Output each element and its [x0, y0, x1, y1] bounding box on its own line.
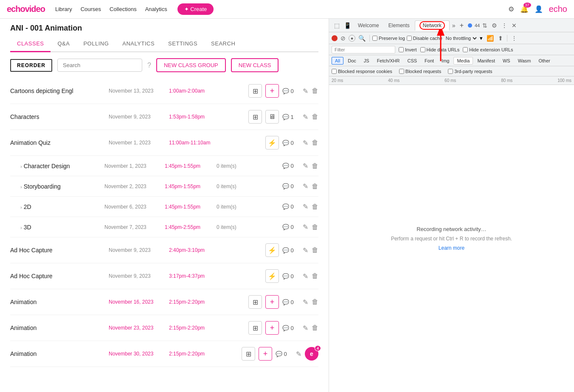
blocked-requests-checkbox[interactable]: [399, 69, 404, 74]
blocked-response-cookies-checkbox[interactable]: [332, 69, 337, 74]
tab-qa[interactable]: Q&A: [51, 36, 76, 51]
add-icon-box[interactable]: +: [265, 321, 279, 335]
type-btn-manifest[interactable]: Manifest: [474, 57, 498, 65]
hide-data-urls-label[interactable]: Hide data URLs: [420, 47, 460, 52]
edit-icon[interactable]: ✎: [303, 298, 308, 306]
edit-icon[interactable]: ✎: [303, 162, 308, 170]
preserve-log-checkbox[interactable]: [372, 36, 377, 41]
import-icon[interactable]: 📶: [485, 34, 495, 42]
delete-icon[interactable]: 🗑: [312, 162, 318, 170]
media-icon-box[interactable]: ⊞: [248, 84, 262, 98]
preserve-log-label[interactable]: Preserve log: [372, 36, 405, 41]
add-tab-icon[interactable]: +: [458, 22, 465, 29]
comment-icon[interactable]: 💬 0: [282, 163, 299, 169]
add-icon-box[interactable]: +: [259, 347, 272, 361]
edit-icon[interactable]: ✎: [303, 87, 308, 95]
add-icon-box[interactable]: +: [265, 84, 279, 98]
lightning-icon-box[interactable]: ⚡: [265, 136, 279, 149]
type-btn-fetch[interactable]: Fetch/XHR: [374, 57, 403, 65]
edit-icon[interactable]: ✎: [303, 324, 308, 332]
delete-icon[interactable]: 🗑: [312, 272, 318, 280]
media-icon-box[interactable]: ⊞: [248, 321, 262, 335]
inspect-icon[interactable]: ⬚: [332, 20, 341, 31]
comment-icon[interactable]: 💬 0: [282, 325, 299, 331]
edit-icon[interactable]: ✎: [303, 139, 308, 147]
more-options-icon[interactable]: ⋮: [500, 20, 509, 31]
type-btn-js[interactable]: JS: [360, 57, 373, 65]
export-icon[interactable]: ⬆: [497, 34, 504, 42]
user-icon[interactable]: 👤: [535, 5, 543, 13]
record-button[interactable]: [332, 35, 338, 41]
edit-icon[interactable]: ✎: [303, 272, 308, 280]
filter-icon[interactable]: ●: [349, 35, 355, 42]
hide-data-urls-checkbox[interactable]: [420, 47, 425, 52]
comment-icon[interactable]: 💬 0: [282, 247, 299, 254]
delete-icon[interactable]: 🗑: [312, 113, 318, 121]
throttle-select[interactable]: No throttling Fast 3G Slow 3G: [444, 35, 478, 41]
search-icon[interactable]: 🔍: [357, 34, 367, 42]
comment-icon[interactable]: 💬 0: [276, 351, 293, 357]
monitor-icon-box[interactable]: 🖥: [265, 110, 279, 124]
devtools-tab-elements[interactable]: Elements: [384, 21, 414, 30]
comment-icon[interactable]: 💬 0: [282, 88, 299, 94]
edit-icon[interactable]: ✎: [303, 182, 308, 190]
gear-icon[interactable]: ⚙: [490, 20, 499, 31]
hide-ext-urls-label[interactable]: Hide extension URLs: [463, 47, 513, 52]
delete-icon[interactable]: 🗑: [312, 203, 318, 211]
clear-icon[interactable]: ⊘: [339, 34, 347, 42]
hide-ext-urls-checkbox[interactable]: [463, 47, 468, 52]
comment-icon[interactable]: 💬 0: [282, 224, 299, 230]
comment-icon[interactable]: 💬 0: [282, 273, 299, 279]
settings2-icon[interactable]: ⋮: [510, 34, 518, 42]
tab-settings[interactable]: SETTINGS: [161, 36, 204, 51]
third-party-requests-label[interactable]: 3rd-party requests: [448, 69, 492, 74]
lightning-icon-box[interactable]: ⚡: [265, 269, 279, 283]
type-btn-all[interactable]: All: [332, 57, 343, 65]
delete-icon[interactable]: 🗑: [312, 298, 318, 306]
devtools-tab-welcome[interactable]: Welcome: [354, 21, 383, 30]
avatar[interactable]: e4: [305, 347, 318, 361]
invert-label[interactable]: Invert: [399, 47, 417, 52]
type-btn-css[interactable]: CSS: [404, 57, 420, 65]
notifications-icon[interactable]: 🔔 37: [520, 5, 529, 13]
search-input[interactable]: [57, 59, 142, 72]
edit-icon[interactable]: ✎: [303, 223, 308, 231]
tab-analytics[interactable]: ANALYTICS: [115, 36, 161, 51]
type-btn-doc[interactable]: Doc: [344, 57, 360, 65]
edit-icon[interactable]: ✎: [303, 246, 308, 254]
reorder-button[interactable]: REORDER: [10, 59, 52, 72]
delete-icon[interactable]: 🗑: [312, 324, 318, 332]
edit-icon[interactable]: ✎: [303, 203, 308, 211]
nav-library[interactable]: Library: [55, 6, 72, 12]
comment-icon[interactable]: 💬 0: [282, 140, 299, 146]
tab-search[interactable]: SEARCH: [204, 36, 242, 51]
more-tabs-icon[interactable]: »: [450, 20, 457, 31]
edit-icon[interactable]: ✎: [303, 113, 308, 121]
comment-icon[interactable]: 💬 0: [282, 299, 299, 305]
nav-collections[interactable]: Collections: [110, 6, 137, 12]
device-icon[interactable]: 📱: [342, 20, 353, 31]
comment-icon[interactable]: 💬 0: [282, 203, 299, 210]
delete-icon[interactable]: 🗑: [312, 223, 318, 231]
media-icon-box[interactable]: ⊞: [248, 295, 262, 309]
media-icon-box[interactable]: ⊞: [248, 110, 262, 124]
delete-icon[interactable]: 🗑: [312, 139, 318, 147]
blocked-response-cookies-label[interactable]: Blocked response cookies: [332, 69, 392, 74]
nav-courses[interactable]: Courses: [81, 6, 101, 12]
chevron-icon[interactable]: ›: [20, 164, 22, 169]
type-btn-img[interactable]: Img: [438, 57, 453, 65]
new-class-group-button[interactable]: NEW CLASS GROUP: [156, 58, 226, 72]
edit-icon[interactable]: ✎: [296, 350, 301, 358]
chevron-icon[interactable]: ›: [20, 225, 22, 230]
invert-checkbox[interactable]: [399, 47, 404, 52]
delete-icon[interactable]: 🗑: [312, 183, 318, 190]
type-btn-ws[interactable]: WS: [499, 57, 514, 65]
media-icon-box[interactable]: ⊞: [242, 347, 255, 361]
help-icon[interactable]: ?: [147, 62, 151, 69]
comment-icon[interactable]: 💬 1: [282, 114, 299, 120]
tab-polling[interactable]: POLLING: [76, 36, 115, 51]
disable-cache-label[interactable]: Disable cache: [407, 36, 442, 41]
type-btn-media[interactable]: Media: [453, 57, 473, 65]
create-button[interactable]: ✦ Create: [177, 3, 214, 15]
learn-more-link[interactable]: Learn more: [439, 245, 464, 251]
